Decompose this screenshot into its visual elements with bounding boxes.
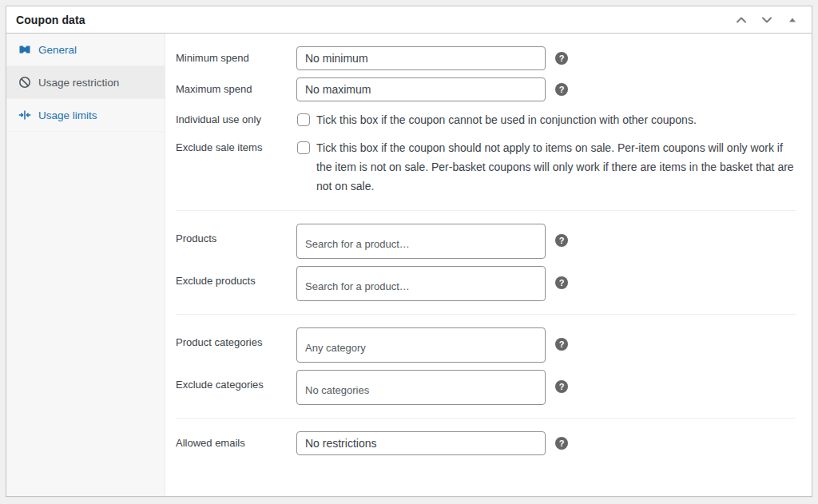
products-select[interactable]: Search for a product… [296,224,546,259]
usage-restriction-panel: Minimum spend ? Maximum spend ? Individu… [165,34,812,496]
maximum-spend-label: Maximum spend [176,80,296,99]
categories-section: Product categories Any category ? Exclud… [176,315,796,419]
exclude-categories-label: Exclude categories [176,370,296,395]
usage-limits-icon [18,109,31,121]
individual-use-checkbox[interactable] [297,113,310,126]
metabox-header: Coupon data [6,6,812,34]
help-icon[interactable]: ? [555,437,568,450]
chevron-down-icon [760,14,773,26]
product-categories-select[interactable]: Any category [296,327,546,363]
products-row: Products Search for a product… ? [176,224,796,259]
exclude-products-label: Exclude products [176,266,296,291]
individual-use-field: Tick this box if the coupon cannot be us… [296,110,697,129]
triangle-up-icon [788,15,797,25]
exclude-products-select-placeholder: Search for a product… [305,280,410,292]
tab-general[interactable]: General [6,34,165,66]
exclude-sale-items-row: Exclude sale items Tick this box if the … [176,138,796,196]
help-icon[interactable]: ? [555,276,568,289]
coupon-panel-wrap: General Usage restriction Usage limits [6,34,812,496]
products-select-placeholder: Search for a product… [305,238,410,250]
no-entry-icon [18,76,31,89]
product-categories-placeholder: Any category [305,342,366,354]
toggle-panel-button[interactable] [781,10,804,30]
maximum-spend-input[interactable] [296,77,546,101]
tab-general-label: General [38,44,77,56]
tab-usage-limits[interactable]: Usage limits [6,99,165,132]
products-label: Products [176,224,296,248]
help-icon[interactable]: ? [555,380,568,393]
exclude-sale-items-label: Exclude sale items [176,138,296,157]
spend-and-flags-section: Minimum spend ? Maximum spend ? Individu… [176,34,796,211]
exclude-categories-placeholder: No categories [305,384,369,396]
product-categories-row: Product categories Any category ? [176,327,796,363]
allowed-emails-input[interactable] [296,431,546,455]
ticket-icon [18,43,31,56]
metabox-controls [730,10,804,30]
help-icon[interactable]: ? [555,83,568,96]
metabox-title: Coupon data [16,14,85,26]
minimum-spend-row: Minimum spend ? [176,46,796,70]
exclude-products-select[interactable]: Search for a product… [296,266,546,301]
coupon-data-metabox: Coupon data [6,6,812,497]
move-up-button[interactable] [730,10,752,30]
exclude-categories-select[interactable]: No categories [296,370,546,405]
tab-usage-restriction-label: Usage restriction [38,77,119,89]
help-icon[interactable]: ? [555,234,568,247]
help-icon[interactable]: ? [555,52,568,65]
allowed-emails-section: Allowed emails ? [176,419,796,468]
maximum-spend-row: Maximum spend ? [176,77,796,101]
individual-use-label: Individual use only [176,110,296,129]
tab-usage-limits-label: Usage limits [38,109,97,121]
exclude-sale-items-checkbox[interactable] [297,141,310,154]
exclude-categories-row: Exclude categories No categories ? [176,370,796,405]
exclude-sale-items-description: Tick this box if the coupon should not a… [316,138,796,196]
minimum-spend-input[interactable] [296,46,546,70]
individual-use-row: Individual use only Tick this box if the… [176,110,796,129]
minimum-spend-label: Minimum spend [176,49,296,68]
chevron-up-icon [735,14,748,26]
move-down-button[interactable] [756,10,778,30]
product-categories-label: Product categories [176,327,296,352]
coupon-tabs-sidebar: General Usage restriction Usage limits [6,34,165,496]
exclude-sale-items-field: Tick this box if the coupon should not a… [296,138,796,196]
products-section: Products Search for a product… ? Exclude… [176,211,796,315]
exclude-products-row: Exclude products Search for a product… ? [176,266,796,301]
help-icon[interactable]: ? [555,338,568,351]
individual-use-description: Tick this box if the coupon cannot be us… [316,110,697,129]
tab-usage-restriction[interactable]: Usage restriction [6,66,165,99]
allowed-emails-row: Allowed emails ? [176,431,796,455]
allowed-emails-label: Allowed emails [176,434,296,453]
